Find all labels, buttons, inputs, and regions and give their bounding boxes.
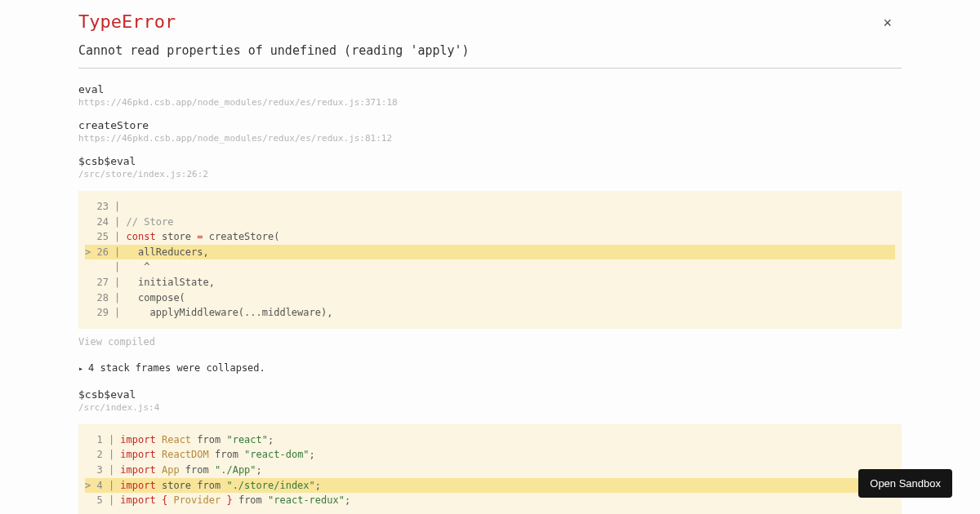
- frame-function: eval: [78, 83, 902, 95]
- error-message: Cannot read properties of undefined (rea…: [78, 43, 902, 58]
- frame-function: $csb$eval: [78, 155, 902, 167]
- error-type: TypeError: [78, 11, 902, 32]
- view-compiled-link[interactable]: View compiled: [78, 336, 155, 348]
- divider: [78, 68, 902, 69]
- code-block: 1 | import React from "react"; 2 | impor…: [78, 424, 902, 514]
- frame-location: /src/index.js:4: [78, 402, 902, 413]
- frame-function: $csb$eval: [78, 388, 902, 401]
- open-sandbox-button[interactable]: Open Sandbox: [858, 469, 952, 498]
- stack-frame: createStore https://46pkd.csb.app/node_m…: [78, 119, 902, 144]
- frame-location: https://46pkd.csb.app/node_modules/redux…: [78, 97, 902, 108]
- stack-frame: eval https://46pkd.csb.app/node_modules/…: [78, 83, 902, 108]
- stack-frame: $csb$eval /src/index.js:4: [78, 388, 902, 413]
- collapsed-frames-toggle[interactable]: 4 stack frames were collapsed.: [78, 362, 902, 374]
- frame-location: /src/store/index.js:26:2: [78, 169, 902, 179]
- stack-frame: $csb$eval /src/store/index.js:26:2: [78, 155, 902, 179]
- frame-function: createStore: [78, 119, 902, 131]
- frame-location: https://46pkd.csb.app/node_modules/redux…: [78, 133, 902, 144]
- close-icon[interactable]: ×: [883, 15, 892, 32]
- code-block: 23 | 24 | // Store 25 | const store = cr…: [78, 191, 902, 329]
